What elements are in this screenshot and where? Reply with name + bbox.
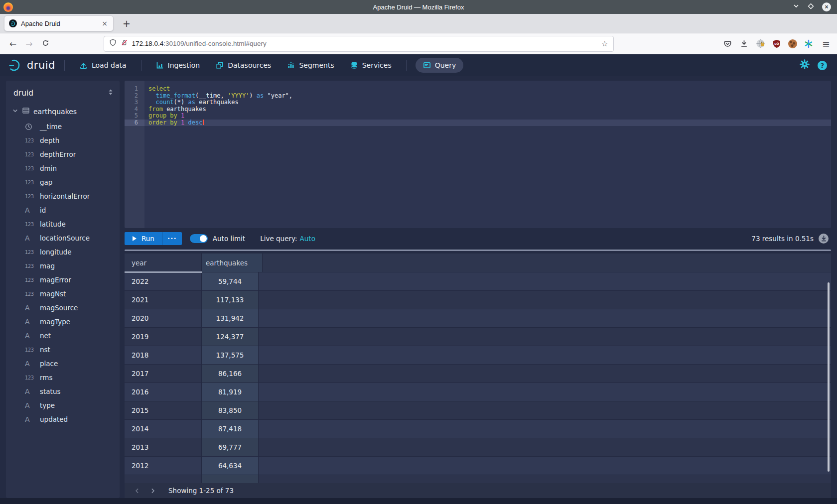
code-line[interactable]: select — [144, 86, 831, 93]
back-button[interactable]: ← — [5, 37, 21, 51]
column-header-year[interactable]: year — [125, 253, 202, 272]
reload-icon[interactable] — [37, 37, 54, 51]
table-row[interactable]: 201583,850 — [125, 401, 831, 420]
window-maximize-icon[interactable] — [808, 2, 814, 11]
pocket-icon[interactable] — [722, 39, 732, 49]
cell-year[interactable]: 2020 — [125, 309, 202, 327]
cell-earthquakes[interactable]: 86,166 — [202, 365, 259, 382]
code-line[interactable]: order by 1 desc — [144, 120, 831, 126]
table-row[interactable]: 2018137,575 — [125, 346, 831, 365]
table-row[interactable]: 2021117,133 — [125, 291, 831, 309]
download-icon[interactable] — [739, 39, 749, 49]
shield-icon[interactable] — [109, 39, 117, 48]
cell-year[interactable]: 2015 — [125, 401, 202, 419]
sidebar-column-longitude[interactable]: 123longitude — [6, 245, 120, 259]
sidebar-column-depthError[interactable]: 123depthError — [6, 147, 120, 161]
column-header-earthquakes[interactable]: earthquakes — [202, 253, 263, 272]
table-row[interactable]: 2020131,942 — [125, 309, 831, 328]
sidebar-column-rms[interactable]: 123rms — [6, 371, 120, 384]
table-row[interactable]: 201264,634 — [125, 457, 831, 475]
nav-ingestion[interactable]: Ingestion — [150, 58, 206, 73]
url-bar[interactable]: 172.18.0.4:30109/unified-console.html#qu… — [104, 36, 614, 52]
table-row[interactable]: 201487,418 — [125, 420, 831, 438]
sidebar-column-__time[interactable]: __time — [6, 120, 120, 133]
forward-button[interactable]: → — [21, 37, 37, 51]
cell-year[interactable]: 2017 — [125, 365, 202, 382]
cell-year[interactable]: 2012 — [125, 457, 202, 475]
cell-earthquakes[interactable]: 117,133 — [202, 291, 259, 309]
nav-load-data[interactable]: Load data — [74, 58, 132, 73]
table-row[interactable]: 2019124,377 — [125, 328, 831, 346]
settings-gear-icon[interactable] — [800, 59, 810, 71]
cell-earthquakes[interactable]: 83,850 — [202, 401, 259, 419]
auto-limit-toggle[interactable] — [190, 234, 208, 243]
browser-tab[interactable]: Apache Druid × — [4, 15, 114, 31]
chevron-down-icon[interactable] — [12, 108, 18, 116]
ublock-origin-icon[interactable]: uO — [772, 39, 782, 49]
sql-editor[interactable]: 123456 select time_format(__time, 'YYYY'… — [125, 81, 831, 228]
tab-close-icon[interactable]: × — [101, 19, 109, 27]
cell-earthquakes[interactable]: 137,575 — [202, 346, 259, 364]
cell-earthquakes[interactable]: 69,777 — [202, 438, 259, 456]
prev-page-icon[interactable] — [130, 487, 145, 495]
sidebar-column-status[interactable]: Astatus — [6, 384, 120, 398]
code-line[interactable]: from earthquakes — [144, 106, 831, 113]
sidebar-column-locationSource[interactable]: AlocationSource — [6, 231, 120, 245]
sidebar-column-mag[interactable]: 123mag — [6, 259, 120, 273]
sidebar-column-place[interactable]: Aplace — [6, 357, 120, 371]
nav-query[interactable]: Query — [416, 58, 464, 73]
cell-earthquakes[interactable]: 59,744 — [202, 272, 259, 290]
cell-year[interactable]: 2013 — [125, 438, 202, 456]
nav-services[interactable]: Services — [345, 58, 397, 73]
cookie-icon[interactable] — [788, 39, 797, 48]
table-row[interactable]: 201369,777 — [125, 438, 831, 457]
panel-resize-handle[interactable] — [125, 250, 831, 251]
code-line[interactable]: group by 1 — [144, 113, 831, 120]
cell-earthquakes[interactable]: 131,942 — [202, 309, 259, 327]
next-page-icon[interactable] — [145, 487, 160, 495]
schema-selector[interactable]: druid — [6, 81, 120, 103]
vertical-scrollbar[interactable] — [828, 282, 830, 472]
sidebar-column-net[interactable]: Anet — [6, 329, 120, 343]
run-more-button[interactable]: ••• — [162, 232, 182, 245]
help-icon[interactable]: ? — [818, 61, 827, 70]
sort-toggle-icon[interactable] — [108, 88, 114, 98]
cell-earthquakes[interactable]: 64,634 — [202, 457, 259, 475]
code-line[interactable]: count(*) as earthquakes — [144, 99, 831, 106]
cell-year[interactable]: 2014 — [125, 420, 202, 438]
cell-year[interactable]: 2016 — [125, 383, 202, 401]
new-tab-button[interactable]: + — [119, 17, 135, 30]
code-line[interactable]: time_format(__time, 'YYYY') as "year", — [144, 93, 831, 100]
lock-insecure-icon[interactable] — [121, 39, 128, 48]
sidebar-column-depth[interactable]: 123depth — [6, 133, 120, 147]
bookmark-star-icon[interactable]: ☆ — [601, 39, 608, 48]
cell-year[interactable]: 2021 — [125, 291, 202, 309]
extension-globe-lock-icon[interactable] — [755, 39, 765, 49]
window-minimize-icon[interactable] — [793, 2, 800, 11]
menu-icon[interactable]: ≡ — [822, 38, 830, 49]
sidebar-column-magNst[interactable]: 123magNst — [6, 287, 120, 301]
cell-year[interactable]: 2022 — [125, 272, 202, 290]
live-query-label[interactable]: Live query:Auto — [260, 235, 315, 243]
sidebar-column-id[interactable]: Aid — [6, 203, 120, 217]
sidebar-column-type[interactable]: Atype — [6, 398, 120, 412]
nav-datasources[interactable]: Datasources — [210, 58, 277, 73]
cell-earthquakes[interactable]: 124,377 — [202, 328, 259, 346]
sidebar-column-dmin[interactable]: 123dmin — [6, 161, 120, 175]
run-button[interactable]: Run — [125, 232, 162, 245]
sidebar-column-nst[interactable]: 123nst — [6, 343, 120, 357]
sidebar-column-magSource[interactable]: AmagSource — [6, 301, 120, 315]
nav-segments[interactable]: Segments — [281, 58, 339, 73]
sidebar-column-horizontalError[interactable]: 123horizontalError — [6, 189, 120, 203]
sidebar-column-magType[interactable]: AmagType — [6, 315, 120, 329]
sidebar-table-earthquakes[interactable]: earthquakes — [6, 103, 120, 120]
sidebar-column-magError[interactable]: 123magError — [6, 273, 120, 287]
extension-asterisk-icon[interactable] — [804, 39, 814, 49]
cell-earthquakes[interactable]: 81,919 — [202, 383, 259, 401]
druid-logo[interactable]: druid — [8, 59, 55, 72]
sidebar-column-latitude[interactable]: 123latitude — [6, 217, 120, 231]
table-row[interactable]: 201786,166 — [125, 365, 831, 383]
sidebar-column-gap[interactable]: 123gap — [6, 175, 120, 189]
download-results-icon[interactable] — [819, 234, 829, 244]
url-text[interactable]: 172.18.0.4:30109/unified-console.html#qu… — [132, 40, 267, 47]
